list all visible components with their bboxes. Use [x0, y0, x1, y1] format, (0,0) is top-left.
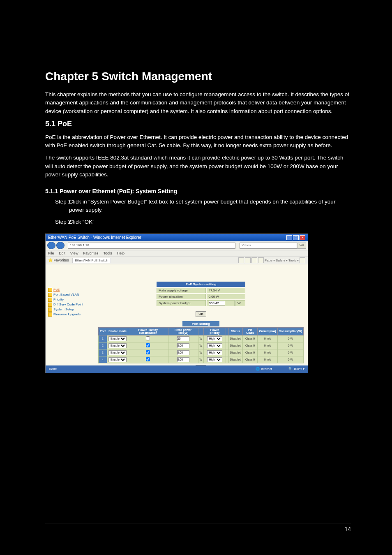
screenshot: EtherWAN PoE Switch - Windows Internet E…	[45, 234, 308, 373]
menu-favorites[interactable]: Favorites	[83, 251, 98, 256]
home-icon[interactable]	[238, 257, 244, 263]
current-cell: 0 mA	[258, 342, 277, 349]
section-intro-2: The switch supports IEEE 802.3at standar…	[45, 154, 351, 179]
status-cell: Disabled	[228, 356, 242, 363]
class-cell: Class 0	[242, 356, 258, 363]
print-icon[interactable]	[258, 257, 264, 263]
fixed-power-input[interactable]	[177, 336, 189, 341]
section-heading: 5.1 PoE	[45, 120, 351, 128]
enable-mode-select[interactable]: Enable	[108, 350, 127, 355]
current-cell: 0 mA	[258, 335, 277, 342]
class-cell: Class 0	[242, 342, 258, 349]
priority-select[interactable]: High	[207, 336, 222, 341]
sidebar: PoE Port Based VLAN Priority Diff Serv C…	[46, 264, 94, 366]
table-row: 1 Enable W High Disabled Class 0 0 mA 0 …	[99, 335, 304, 342]
back-button[interactable]	[47, 242, 55, 249]
sidebar-item-poe[interactable]: PoE	[48, 287, 92, 292]
chapter-heading: Chapter 5 Switch Management	[45, 70, 351, 83]
status-cell: Disabled	[228, 342, 242, 349]
menu-help[interactable]: Help	[117, 251, 125, 256]
help-icon[interactable]	[300, 257, 305, 263]
go-button[interactable]: Go	[297, 243, 306, 249]
window-titlebar: EtherWAN PoE Switch - Windows Internet E…	[46, 234, 308, 241]
fixed-power-input[interactable]	[177, 350, 189, 355]
menu-tools[interactable]: Tools	[103, 251, 112, 256]
status-zoom: 🔍 100% ▾	[288, 367, 304, 371]
consumption-cell: 0 W	[277, 342, 303, 349]
status-done: Done	[49, 367, 57, 371]
table-row: 3 Enable W High Disabled Class 0 0 mA 0 …	[99, 349, 304, 356]
status-cell: Disabled	[228, 335, 242, 342]
current-cell: 0 mA	[258, 349, 277, 356]
system-power-budget-input[interactable]	[209, 301, 225, 305]
step-2: Click “OK”	[55, 218, 351, 226]
port-number: 4	[99, 356, 107, 363]
ok-button[interactable]: OK	[196, 311, 206, 317]
maximize-button[interactable]: □	[293, 235, 299, 240]
enable-mode-select[interactable]: Enable	[108, 357, 127, 362]
page-number: 14	[344, 526, 351, 532]
port-number: 1	[99, 335, 107, 342]
poe-system-setting: PoE System setting Main supply voltage47…	[156, 281, 246, 307]
table-row: 4 Enable W High Disabled Class 0 0 mA 0 …	[99, 356, 304, 363]
address-bar[interactable]: 192.168.1.10	[68, 243, 235, 249]
priority-select[interactable]: High	[207, 357, 222, 362]
power-classification-checkbox[interactable]	[146, 350, 150, 354]
step-list: Click in “System Power Budget” text box …	[45, 198, 351, 226]
consumption-cell: 0 W	[277, 349, 303, 356]
chapter-intro: This chapter explains the methods that y…	[45, 90, 351, 116]
forward-button[interactable]	[56, 242, 65, 249]
priority-select[interactable]: High	[207, 350, 222, 355]
enable-mode-select[interactable]: Enable	[108, 336, 127, 341]
nav-toolbar: 192.168.1.10 Yahoo Go	[46, 241, 308, 250]
menu-edit[interactable]: Edit	[59, 251, 66, 256]
power-classification-checkbox[interactable]	[146, 357, 150, 361]
current-cell: 0 mA	[258, 356, 277, 363]
sidebar-item-vlan[interactable]: Port Based VLAN	[48, 292, 92, 297]
table-row: 2 Enable W High Disabled Class 0 0 mA 0 …	[99, 342, 304, 349]
port-setting-title: Port setting	[182, 321, 219, 326]
favorites-label[interactable]: ⭐ Favorites	[48, 258, 69, 262]
port-number: 2	[99, 342, 107, 349]
port-number: 3	[99, 349, 107, 356]
status-internet: 🌐 Internet	[256, 367, 272, 371]
minimize-button[interactable]: _	[286, 235, 292, 240]
priority-select[interactable]: High	[207, 343, 222, 348]
status-cell: Disabled	[228, 349, 242, 356]
sys-setting-title: PoE System setting	[157, 282, 245, 287]
sub-heading: 5.1.1 Power over Ethernet (PoE): System …	[45, 188, 351, 194]
fixed-power-input[interactable]	[177, 343, 189, 348]
class-cell: Class 0	[242, 349, 258, 356]
step2-text: Click “OK”	[69, 219, 95, 225]
menu-view[interactable]: View	[70, 251, 78, 256]
section-intro-1: PoE is the abbreviation of Power over Et…	[45, 133, 351, 150]
class-cell: Class 0	[242, 335, 258, 342]
search-box[interactable]: Yahoo	[240, 243, 297, 249]
consumption-cell: 0 W	[277, 335, 303, 342]
step1-text: Click in “System Power Budget” text box …	[69, 199, 335, 213]
power-classification-checkbox[interactable]	[146, 343, 150, 347]
sidebar-item-firmware[interactable]: Firmware Upgrade	[48, 312, 92, 317]
consumption-cell: 0 W	[277, 356, 303, 363]
close-button[interactable]: ×	[300, 235, 305, 240]
mail-icon[interactable]	[251, 257, 257, 263]
page-footer: 14	[45, 523, 351, 532]
step-1: Click in “System Power Budget” text box …	[55, 198, 351, 215]
enable-mode-select[interactable]: Enable	[108, 343, 127, 348]
sidebar-item-system[interactable]: System Setup	[48, 307, 92, 312]
window-title: EtherWAN PoE Switch - Windows Internet E…	[48, 235, 141, 240]
toolbar-icons: Page ▾ Safety ▾ Tools ▾	[238, 257, 305, 263]
page-tab[interactable]: EtherWAN PoE Switch	[72, 258, 111, 263]
feeds-icon[interactable]	[245, 257, 251, 263]
sidebar-item-priority[interactable]: Priority	[48, 297, 92, 302]
menu-bar: File Edit View Favorites Tools Help	[46, 250, 308, 257]
menu-file[interactable]: File	[48, 251, 54, 256]
port-setting-table: Port Enable mode Power limit by classifi…	[98, 327, 304, 363]
power-classification-checkbox[interactable]	[146, 336, 150, 340]
status-bar: Done 🌐 Internet 🔍 100% ▾	[46, 365, 308, 373]
fixed-power-input[interactable]	[177, 357, 189, 362]
sidebar-item-dscp[interactable]: Diff Serv Code Point	[48, 302, 92, 307]
